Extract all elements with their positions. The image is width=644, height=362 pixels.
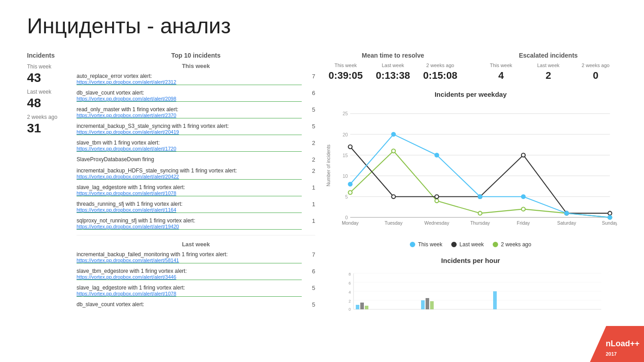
incident-name: incremental_backup_failed_monitoring wit… — [77, 251, 302, 258]
escalated-title: Escalated incidents — [480, 52, 617, 59]
legend-two-weeks: 2 weeks ago — [493, 241, 531, 248]
incident-info: sqlproxy_not_running_sfj with 1 firing v… — [77, 217, 306, 230]
incident-name: db_slave_count vortex alert: — [77, 90, 302, 96]
svg-line-33 — [350, 147, 394, 197]
page-title: Инциденты - анализ — [27, 14, 617, 38]
svg-text:0: 0 — [345, 215, 348, 220]
escalated-group: Escalated incidents This week 4 Last wee… — [480, 52, 617, 81]
svg-point-27 — [392, 149, 395, 153]
legend-two-weeks-label: 2 weeks ago — [501, 241, 531, 248]
mean-two-weeks-value: 0:15:08 — [419, 70, 462, 81]
incident-info: incremental_backup_S3_stale_syncing with… — [77, 123, 306, 135]
svg-rect-72 — [493, 291, 497, 309]
last-week-period: Last week — [77, 241, 315, 248]
incident-count: 5 — [306, 106, 315, 113]
svg-point-26 — [348, 190, 352, 194]
incident-info: incremental_backup_HDFS_stale_syncing wi… — [77, 167, 306, 180]
weekday-chart-wrap: 0510152025MondayTuesdayWednesdayThursday… — [324, 103, 617, 238]
mean-time-cols: This week 0:39:05 Last week 0:13:38 2 we… — [324, 63, 462, 81]
svg-point-56 — [522, 195, 525, 199]
incident-name: sqlproxy_not_running_sfj with 1 firing v… — [77, 217, 302, 224]
incident-link[interactable]: https://vortex.pp.dropbox.com/alert/aler… — [77, 207, 302, 213]
last-week-count: 48 — [27, 96, 68, 110]
incident-info: slave_lag_edgestore with 1 firing vortex… — [77, 285, 306, 297]
incident-count: 7 — [306, 251, 315, 258]
svg-text:25: 25 — [343, 111, 348, 116]
incident-link[interactable]: https://vortex.pp.dropbox.com/alert/aler… — [77, 113, 302, 118]
svg-rect-74 — [426, 298, 429, 309]
esc-this-week-value: 4 — [480, 70, 522, 81]
incident-count: 5 — [306, 301, 315, 308]
svg-line-47 — [394, 134, 437, 155]
incident-info: auto_replace_error vortex alert: https:/… — [77, 73, 306, 85]
incident-link[interactable]: https://vortex.pp.dropbox.com/alert/aler… — [77, 146, 302, 152]
incident-link[interactable]: https://vortex.pp.dropbox.com/alert/aler… — [77, 258, 302, 263]
incident-info: slave_tbm with 1 firing vortex alert: ht… — [77, 140, 306, 152]
incident-link[interactable]: https://vortex.pp.dropbox.com/alert/aler… — [77, 96, 302, 102]
weekday-legend: This week Last week 2 weeks ago — [324, 241, 617, 248]
legend-this-week: This week — [410, 241, 442, 248]
page: Инциденты - анализ Incidents This week 4… — [0, 0, 644, 362]
svg-point-28 — [435, 199, 439, 203]
svg-text:Monday: Monday — [342, 221, 359, 226]
incident-row: slave_tbm_edgestore with 1 firing vortex… — [77, 268, 315, 280]
legend-last-week-label: Last week — [459, 241, 484, 248]
incident-name: slave_lag_edgestore with 1 firing vortex… — [77, 285, 302, 291]
svg-text:Sunday: Sunday — [602, 221, 617, 226]
svg-line-46 — [350, 134, 394, 184]
svg-text:4: 4 — [349, 290, 351, 294]
svg-text:2: 2 — [349, 299, 351, 303]
incident-info: SlaveProxyDatabaseDown firing — [77, 156, 306, 163]
incident-row: incremental_backup_HDFS_stale_syncing wi… — [77, 167, 315, 180]
svg-text:6: 6 — [349, 281, 351, 285]
incident-link[interactable]: https://vortex.pp.dropbox.com/alert/aler… — [77, 224, 302, 230]
mean-time-group: Mean time to resolve This week 0:39:05 L… — [324, 52, 462, 81]
svg-text:20: 20 — [343, 132, 348, 137]
legend-this-week-label: This week — [418, 241, 442, 248]
legend-last-week: Last week — [451, 241, 484, 248]
mean-this-week: This week 0:39:05 — [324, 63, 367, 81]
mean-last-week-value: 0:13:38 — [372, 70, 414, 81]
incident-name: slave_tbm with 1 firing vortex alert: — [77, 140, 302, 146]
incident-info: read_only_master with 1 firing vortex al… — [77, 106, 306, 118]
svg-point-53 — [392, 132, 395, 136]
incident-count: 2 — [306, 140, 315, 146]
incident-row: SlaveProxyDatabaseDown firing 2 — [77, 156, 315, 163]
incident-count: 1 — [306, 217, 315, 224]
incidents-summary: Incidents This week 43 Last week 48 2 we… — [27, 52, 68, 303]
this-week-period: This week — [77, 63, 315, 69]
this-week-items: auto_replace_error vortex alert: https:/… — [77, 73, 315, 230]
mean-two-weeks: 2 weeks ago 0:15:08 — [419, 63, 462, 81]
incident-link[interactable]: https://vortex.pp.dropbox.com/alert/aler… — [77, 129, 302, 135]
svg-point-29 — [478, 211, 482, 215]
incident-link[interactable]: https://vortex.pp.dropbox.com/alert/aler… — [77, 174, 302, 180]
esc-this-week-label: This week — [480, 63, 522, 68]
svg-point-52 — [348, 182, 352, 186]
incident-row: sqlproxy_not_running_sfj with 1 firing v… — [77, 217, 315, 230]
svg-point-41 — [435, 195, 439, 199]
last-week-items: incremental_backup_failed_monitoring wit… — [77, 251, 315, 308]
incident-row: slave_lag_edgestore with 1 firing vortex… — [77, 285, 315, 297]
incident-name: slave_lag_edgestore with 1 firing vortex… — [77, 184, 302, 190]
esc-last-week-value: 2 — [527, 70, 570, 81]
top-incidents-panel: Top 10 incidents This week auto_replace_… — [77, 52, 315, 312]
incident-count: 7 — [306, 73, 315, 80]
two-weeks-label-left: 2 weeks ago — [27, 114, 68, 120]
incident-link[interactable]: https://vortex.pp.dropbox.com/alert/aler… — [77, 190, 302, 196]
incident-link[interactable]: https://vortex.pp.dropbox.com/alert/aler… — [77, 291, 302, 297]
this-week-label-left: This week — [27, 63, 68, 70]
incident-link[interactable]: https://vortex.pp.dropbox.com/alert/aler… — [77, 79, 302, 85]
svg-text:Number of incidents: Number of incidents — [326, 145, 331, 186]
incident-link[interactable]: https://vortex.pp.dropbox.com/alert/aler… — [77, 274, 302, 280]
esc-two-weeks-value: 0 — [574, 70, 617, 81]
svg-text:15: 15 — [343, 153, 348, 158]
esc-last-week-label: Last week — [527, 63, 570, 68]
svg-text:10: 10 — [343, 174, 348, 179]
incident-info: db_slave_count vortex alert: — [77, 301, 306, 308]
incident-count: 1 — [306, 201, 315, 208]
incident-row: db_slave_count vortex alert: https://vor… — [77, 90, 315, 102]
svg-point-58 — [608, 216, 612, 219]
incident-name: slave_tbm_edgestore with 1 firing vortex… — [77, 268, 302, 274]
incident-row: slave_lag_edgestore with 1 firing vortex… — [77, 184, 315, 196]
last-week-dot — [451, 242, 457, 247]
